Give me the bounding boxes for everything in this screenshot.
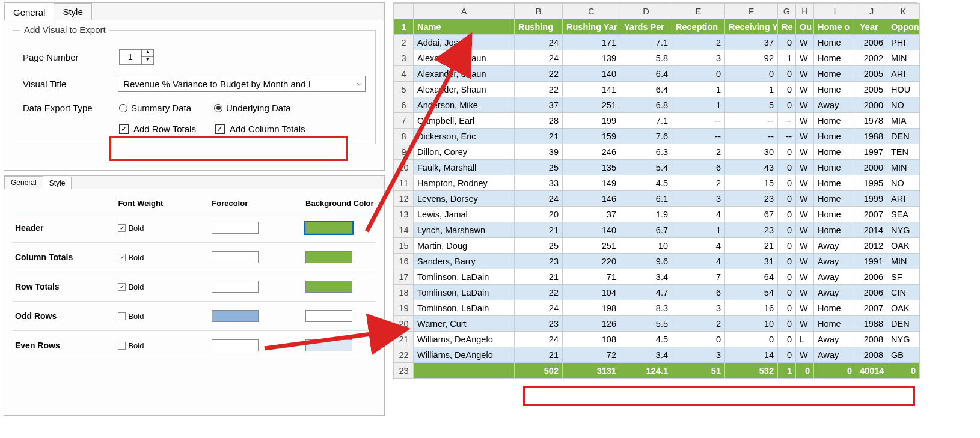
data-cell[interactable]: ARI [887, 191, 920, 207]
bgcolor-swatch[interactable] [305, 251, 352, 263]
data-cell[interactable]: 4.5 [620, 175, 672, 191]
tab-style-2[interactable]: Style [43, 177, 72, 189]
data-cell[interactable]: 28 [515, 113, 563, 129]
data-cell[interactable]: 251 [563, 238, 620, 254]
row-header-16[interactable]: 16 [394, 254, 414, 269]
data-cell[interactable]: Dickerson, Eric [414, 129, 515, 144]
data-cell[interactable]: 23 [515, 316, 563, 332]
data-cell[interactable]: 9.6 [620, 254, 672, 269]
data-cell[interactable]: 3.4 [620, 347, 672, 363]
data-cell[interactable]: 7.1 [620, 35, 672, 50]
row-header-2[interactable]: 2 [394, 35, 414, 50]
data-cell[interactable]: 31 [725, 254, 778, 269]
data-cell[interactable]: W [796, 35, 814, 50]
data-cell[interactable]: 6 [672, 285, 725, 300]
totals-cell[interactable]: 124.1 [620, 363, 672, 379]
data-cell[interactable]: 0 [778, 207, 796, 222]
data-cell[interactable]: W [796, 113, 814, 129]
data-cell[interactable]: PHI [887, 35, 920, 50]
data-cell[interactable]: MIN [887, 50, 920, 66]
data-cell[interactable]: OAK [887, 300, 920, 316]
bold-checkbox[interactable]: Bold [118, 312, 212, 321]
data-cell[interactable]: 135 [563, 160, 620, 175]
data-cell[interactable]: Home [814, 82, 856, 97]
data-cell[interactable]: -- [725, 129, 778, 144]
row-header-7[interactable]: 7 [394, 113, 414, 129]
data-cell[interactable]: -- [672, 129, 725, 144]
data-cell[interactable]: W [796, 347, 814, 363]
header-cell[interactable]: Reception [672, 19, 725, 35]
data-cell[interactable]: 1997 [856, 144, 887, 160]
data-cell[interactable]: 30 [725, 144, 778, 160]
data-cell[interactable]: 0 [778, 144, 796, 160]
data-cell[interactable]: NYG [887, 332, 920, 347]
row-header-6[interactable]: 6 [394, 97, 414, 113]
bgcolor-swatch[interactable] [305, 281, 352, 293]
data-cell[interactable]: 0 [778, 285, 796, 300]
bgcolor-swatch[interactable] [305, 339, 352, 351]
data-cell[interactable]: 1991 [856, 254, 887, 269]
data-cell[interactable]: -- [725, 113, 778, 129]
data-cell[interactable]: 0 [725, 332, 778, 347]
data-cell[interactable]: 246 [563, 144, 620, 160]
data-cell[interactable]: 0 [778, 238, 796, 254]
data-cell[interactable]: 1.9 [620, 207, 672, 222]
bold-checkbox[interactable]: Bold [118, 341, 212, 350]
col-header-J[interactable]: J [856, 4, 887, 19]
header-cell[interactable]: Re [778, 19, 796, 35]
data-cell[interactable]: Away [814, 238, 856, 254]
data-cell[interactable]: 108 [563, 332, 620, 347]
data-cell[interactable]: 0 [778, 175, 796, 191]
data-cell[interactable]: 2000 [856, 160, 887, 175]
tab-general-2[interactable]: General [4, 176, 43, 189]
data-cell[interactable]: MIA [887, 113, 920, 129]
data-cell[interactable]: 1 [672, 222, 725, 238]
data-cell[interactable]: 24 [515, 50, 563, 66]
data-cell[interactable]: 5 [725, 97, 778, 113]
data-cell[interactable]: 2006 [856, 285, 887, 300]
data-cell[interactable]: 0 [778, 316, 796, 332]
row-header-23[interactable]: 23 [394, 363, 414, 379]
data-cell[interactable]: 0 [778, 222, 796, 238]
row-header-13[interactable]: 13 [394, 207, 414, 222]
data-cell[interactable]: MIN [887, 160, 920, 175]
data-cell[interactable]: 23 [725, 222, 778, 238]
spin-down-icon[interactable]: ▼ [142, 57, 153, 64]
row-header-1[interactable]: 1 [394, 19, 414, 35]
data-cell[interactable]: 0 [725, 66, 778, 82]
row-header-8[interactable]: 8 [394, 129, 414, 144]
data-cell[interactable]: 6.1 [620, 191, 672, 207]
data-cell[interactable]: 2014 [856, 222, 887, 238]
data-cell[interactable]: 146 [563, 191, 620, 207]
data-cell[interactable]: Home [814, 160, 856, 175]
data-cell[interactable]: 141 [563, 82, 620, 97]
data-cell[interactable]: Home [814, 300, 856, 316]
data-cell[interactable]: Away [814, 285, 856, 300]
data-cell[interactable]: Home [814, 175, 856, 191]
data-cell[interactable]: 0 [778, 347, 796, 363]
data-cell[interactable]: W [796, 191, 814, 207]
data-cell[interactable]: SF [887, 269, 920, 285]
data-cell[interactable]: 16 [725, 300, 778, 316]
data-cell[interactable]: 0 [778, 332, 796, 347]
data-cell[interactable]: -- [672, 113, 725, 129]
data-cell[interactable]: 71 [563, 269, 620, 285]
data-cell[interactable]: 2 [672, 35, 725, 50]
page-number-stepper[interactable]: ▲ ▼ [119, 49, 154, 65]
data-cell[interactable]: 10 [725, 316, 778, 332]
header-cell[interactable]: Rushing Yar [563, 19, 620, 35]
data-cell[interactable]: W [796, 129, 814, 144]
data-cell[interactable]: 4 [672, 238, 725, 254]
data-cell[interactable]: 0 [778, 66, 796, 82]
data-cell[interactable]: 72 [563, 347, 620, 363]
row-header-9[interactable]: 9 [394, 144, 414, 160]
data-cell[interactable]: 140 [563, 222, 620, 238]
data-cell[interactable]: 0 [778, 97, 796, 113]
data-cell[interactable]: Martin, Doug [414, 238, 515, 254]
data-cell[interactable]: 1978 [856, 113, 887, 129]
data-cell[interactable]: 1988 [856, 316, 887, 332]
data-cell[interactable]: 4.5 [620, 332, 672, 347]
col-header-H[interactable]: H [796, 4, 814, 19]
data-cell[interactable]: Williams, DeAngelo [414, 332, 515, 347]
col-header-F[interactable]: F [725, 4, 778, 19]
